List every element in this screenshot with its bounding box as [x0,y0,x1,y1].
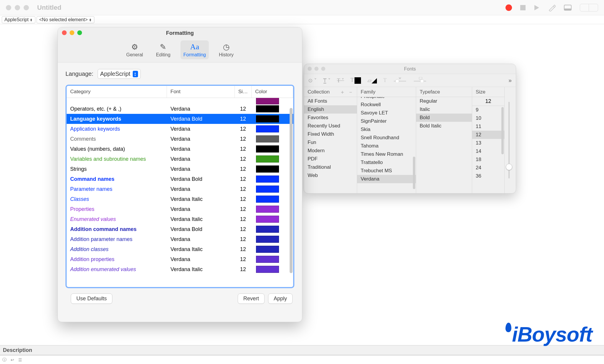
size-input[interactable]: 12 [472,97,504,106]
table-row[interactable]: Language keywordsVerdana Bold12 [67,114,293,124]
size-slider[interactable] [505,87,513,193]
color-swatch[interactable] [256,98,279,104]
document-color-icon[interactable]: ▱ [367,77,377,84]
family-item[interactable]: SignPainter [357,117,416,125]
collection-item[interactable]: All Fonts [304,97,357,105]
close-button[interactable] [6,5,11,10]
color-swatch[interactable] [256,115,279,122]
remove-collection-icon[interactable]: － [348,88,353,96]
collection-item[interactable]: Web [304,171,357,180]
close-button[interactable] [62,30,67,35]
color-swatch[interactable] [256,236,279,243]
family-item[interactable]: Tahoma [357,142,416,150]
compile-button[interactable] [548,4,556,12]
family-item[interactable]: Trebuchet MS [357,167,416,175]
add-collection-icon[interactable]: ＋ [340,88,345,96]
size-item[interactable]: 11 [472,122,504,131]
collection-item[interactable]: Favorites [304,114,357,122]
collection-item[interactable]: Recently Used [304,122,357,130]
table-row[interactable]: Parameter namesVerdana12 [67,184,293,194]
column-size[interactable]: Si… [235,86,252,98]
shadow-icon[interactable]: T [383,77,387,83]
size-item[interactable]: 9 [472,106,504,114]
table-row[interactable]: Enumerated valuesVerdana Italic12 [67,214,293,224]
table-row[interactable]: Command namesVerdana Bold12 [67,174,293,184]
collection-item[interactable]: Fixed Width [304,130,357,138]
family-item[interactable]: Rockwell [357,101,416,109]
tab-history[interactable]: ◷History [216,40,237,59]
tab-editing[interactable]: ✎Editing [153,40,173,59]
table-row[interactable]: Application keywordsVerdana12 [67,124,293,134]
color-swatch[interactable] [256,206,279,213]
column-color[interactable]: Color [252,86,293,98]
typeface-item[interactable]: Italic [416,105,472,114]
size-item[interactable]: 24 [472,164,504,172]
show-bundle-button[interactable] [564,5,572,11]
table-row[interactable]: Addition enumerated valuesVerdana Italic… [67,264,293,274]
apply-button[interactable]: Apply [268,294,293,304]
typeface-item[interactable]: Bold [416,114,472,122]
tab-formatting[interactable]: AaFormatting [180,40,209,59]
color-swatch[interactable] [256,125,279,132]
revert-button[interactable]: Revert [238,294,265,304]
record-button[interactable] [505,4,512,11]
text-color-icon[interactable]: T [351,77,361,84]
family-item[interactable]: Verdana [357,175,416,183]
table-row[interactable]: Values (numbers, data)Verdana12 [67,144,293,154]
color-swatch[interactable] [256,266,279,273]
zoom-button[interactable] [77,30,82,35]
table-row[interactable]: Operators, etc. (+ & ,)Verdana12 [67,104,293,114]
shadow-slider-1[interactable] [393,77,407,84]
list-icon[interactable]: ☰ [18,358,22,362]
typeface-item[interactable]: Regular [416,97,472,105]
color-swatch[interactable] [256,216,279,223]
family-item[interactable]: Trattatello [357,158,416,167]
column-font[interactable]: Font [167,86,235,98]
collection-item[interactable]: Modern [304,147,357,155]
close-button[interactable] [308,67,312,71]
size-item[interactable]: 14 [472,147,504,155]
table-row[interactable]: ClassesVerdana Italic12 [67,194,293,204]
zoom-button[interactable] [24,5,29,10]
use-defaults-button[interactable]: Use Defaults [71,294,112,304]
table-row-partial[interactable] [67,98,293,104]
table-row[interactable]: CommentsVerdana12 [67,134,293,144]
color-swatch[interactable] [256,246,279,253]
family-item[interactable]: Snell Roundhand [357,134,416,142]
color-swatch[interactable] [256,165,279,173]
scrollbar[interactable] [290,99,293,286]
table-row[interactable]: PropertiesVerdana12 [67,204,293,214]
language-popup[interactable]: AppleScript▲▼ [2,16,35,23]
language-select[interactable]: AppleScript▴▾ [98,69,141,79]
table-row[interactable]: Variables and subroutine namesVerdana12 [67,154,293,164]
color-swatch[interactable] [256,155,279,163]
typeface-item[interactable]: Bold Italic [416,122,472,130]
stop-button[interactable] [520,5,526,10]
color-swatch[interactable] [256,196,279,203]
family-item[interactable]: Times New Roman [357,150,416,158]
color-swatch[interactable] [256,176,279,183]
color-swatch[interactable] [256,186,279,193]
size-item[interactable]: 10 [472,114,504,122]
color-swatch[interactable] [256,105,279,112]
minimize-button[interactable] [314,67,319,71]
shadow-slider-2[interactable] [413,77,427,84]
column-category[interactable]: Category [67,86,167,98]
table-row[interactable]: Addition propertiesVerdana12 [67,254,293,264]
view-segmented[interactable] [580,4,598,12]
color-swatch[interactable] [256,145,279,153]
size-item[interactable]: 36 [472,172,504,180]
element-popup[interactable]: <No selected element>▲▼ [37,16,94,23]
info-icon[interactable]: ⓘ [2,357,6,363]
strikethrough-icon[interactable]: T ˅ [337,77,344,84]
family-item[interactable]: Phosphate [357,97,416,101]
family-item[interactable]: Savoye LET [357,109,416,117]
overflow-icon[interactable]: » [508,77,512,84]
minimize-button[interactable] [15,5,20,10]
color-swatch[interactable] [256,256,279,263]
actions-menu-icon[interactable]: ⊙ ˅ [308,77,317,84]
tab-general[interactable]: ⚙︎General [123,40,146,59]
family-item[interactable]: Skia [357,125,416,134]
table-row[interactable]: Addition command namesVerdana Bold12 [67,224,293,234]
collection-item[interactable]: English [304,105,357,114]
